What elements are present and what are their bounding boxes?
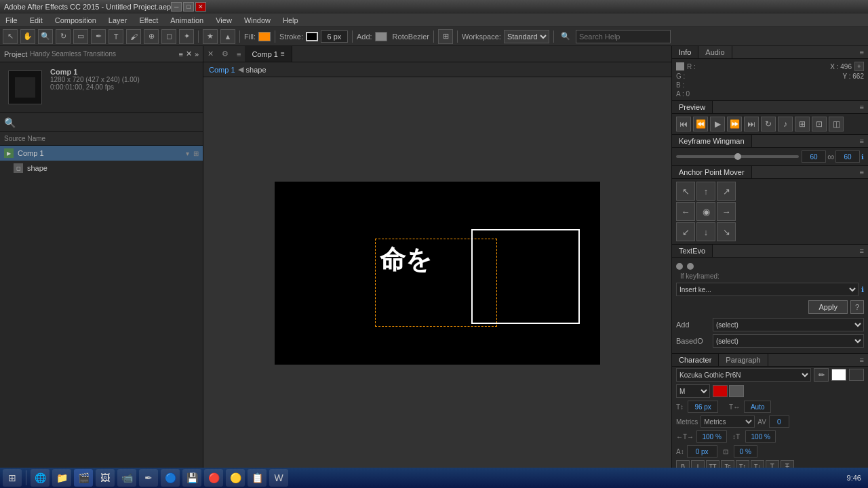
- tool-rect[interactable]: ▭: [73, 29, 88, 44]
- tool-zoom[interactable]: 🔍: [38, 29, 53, 44]
- font-color-swatch[interactable]: [831, 369, 846, 381]
- taskbar-pr[interactable]: 📹: [117, 469, 136, 487]
- help-button[interactable]: ?: [850, 300, 864, 314]
- anchor-mc[interactable]: ◉: [696, 202, 715, 221]
- menu-effect[interactable]: Effect: [136, 15, 161, 26]
- comp1-dropdown[interactable]: ▾: [186, 150, 189, 157]
- insert-info-icon[interactable]: ℹ: [861, 285, 864, 294]
- tracking-input[interactable]: Auto: [744, 401, 771, 413]
- menu-help[interactable]: Help: [280, 15, 301, 26]
- tool-puppet[interactable]: ✦: [179, 29, 194, 44]
- jump-start-btn[interactable]: ⏮: [676, 117, 691, 131]
- based-select[interactable]: (select): [713, 334, 864, 348]
- anchor-menu[interactable]: ≡: [856, 168, 868, 176]
- audio-btn[interactable]: ♪: [778, 117, 793, 131]
- char-color-swatch[interactable]: [713, 385, 728, 397]
- taskbar-app4[interactable]: 📋: [248, 469, 267, 487]
- taskbar-ie[interactable]: 🌐: [31, 469, 50, 487]
- stroke-width-input[interactable]: 6 px: [321, 30, 348, 43]
- project-item-comp1[interactable]: ▶ Comp 1 ▾ ⊞: [0, 146, 203, 161]
- menu-file[interactable]: File: [3, 15, 20, 26]
- taskbar-ps[interactable]: 🖼: [96, 469, 115, 487]
- tab-character[interactable]: Character: [672, 354, 719, 366]
- tool-select[interactable]: ↖: [3, 29, 18, 44]
- taskbar-app1[interactable]: 💾: [182, 469, 201, 487]
- maximize-button[interactable]: □: [183, 2, 194, 12]
- snapping-btn[interactable]: ⊞: [438, 29, 453, 44]
- taskbar-explorer[interactable]: 📁: [52, 469, 71, 487]
- menu-edit[interactable]: Edit: [27, 15, 45, 26]
- textevo-menu[interactable]: ≡: [856, 247, 868, 255]
- taskbar-ae[interactable]: 🎬: [74, 469, 93, 487]
- tab-anchor-mover[interactable]: Anchor Point Mover: [672, 166, 752, 178]
- panel-expand-icon[interactable]: »: [195, 50, 199, 58]
- shape-tool[interactable]: ▲: [220, 29, 235, 44]
- edit-font-btn[interactable]: ✏: [814, 368, 829, 382]
- font-color2-swatch[interactable]: [849, 369, 864, 381]
- anchor-tc[interactable]: ↑: [696, 182, 715, 201]
- menu-layer[interactable]: Layer: [106, 15, 130, 26]
- minimize-button[interactable]: ─: [171, 2, 182, 12]
- anchor-bc[interactable]: ↓: [696, 222, 715, 241]
- tab-kf-wingman[interactable]: Keyframe Wingman: [672, 135, 752, 147]
- play-btn[interactable]: ▶: [710, 117, 725, 131]
- taskbar-ai[interactable]: ✒: [139, 469, 158, 487]
- metrics-select[interactable]: Metrics: [701, 415, 755, 428]
- stroke-color-swatch[interactable]: [306, 32, 318, 41]
- tool-text[interactable]: T: [108, 29, 123, 44]
- preview-extra2-btn[interactable]: ◫: [829, 117, 844, 131]
- comp1-expand[interactable]: ⊞: [193, 150, 199, 157]
- step-back-btn[interactable]: ⏪: [693, 117, 708, 131]
- start-button[interactable]: ⊞: [3, 469, 22, 487]
- anchor-ml[interactable]: ←: [676, 202, 695, 221]
- tab-audio[interactable]: Audio: [698, 46, 732, 58]
- taskbar-app3[interactable]: 🟡: [226, 469, 245, 487]
- taskbar-word[interactable]: W: [269, 469, 288, 487]
- kf-link-icon[interactable]: ∞: [827, 151, 834, 162]
- menu-composition[interactable]: Composition: [52, 15, 99, 26]
- anchor-tl[interactable]: ↖: [676, 182, 695, 201]
- add-color[interactable]: [375, 32, 387, 41]
- horiz-scale-input[interactable]: 100 %: [696, 430, 727, 443]
- kf-slider1[interactable]: [676, 155, 799, 158]
- char-stroke-swatch[interactable]: [729, 385, 744, 397]
- taskbar-chrome[interactable]: 🔵: [161, 469, 180, 487]
- tracking-value[interactable]: 0: [769, 415, 789, 428]
- add-select[interactable]: (select): [713, 318, 864, 331]
- taskbar-app2[interactable]: 🔴: [204, 469, 223, 487]
- kf-wingman-menu[interactable]: ≡: [856, 137, 868, 145]
- step-fwd-btn[interactable]: ⏩: [727, 117, 742, 131]
- close-button[interactable]: ✕: [195, 2, 206, 12]
- comp-tab-menu[interactable]: ≡: [281, 50, 285, 58]
- apply-button[interactable]: Apply: [808, 300, 848, 314]
- anchor-br[interactable]: ↘: [717, 222, 736, 241]
- breadcrumb-comp[interactable]: Comp 1: [209, 66, 235, 74]
- info-panel-menu[interactable]: ≡: [856, 48, 868, 56]
- insert-ke-select[interactable]: Insert ke...: [676, 283, 859, 296]
- baseline-input[interactable]: 0 px: [687, 445, 717, 458]
- search-input[interactable]: [576, 30, 671, 43]
- tool-brush[interactable]: 🖌: [126, 29, 141, 44]
- preview-panel-menu[interactable]: ≡: [856, 103, 868, 111]
- panel-menu-icon[interactable]: ≡: [178, 50, 182, 58]
- panel-close-icon[interactable]: ✕: [186, 49, 192, 58]
- kf-val1[interactable]: 60: [802, 150, 826, 163]
- anchor-mr[interactable]: →: [717, 202, 736, 221]
- tool-hand[interactable]: ✋: [20, 29, 35, 44]
- comp-panel-settings[interactable]: ⚙: [218, 46, 233, 62]
- loop-btn[interactable]: ↻: [761, 117, 776, 131]
- font-select[interactable]: Kozuka Gothic Pr6N: [676, 368, 811, 382]
- comp-panel-close[interactable]: ✕: [203, 46, 218, 62]
- tab-textevo[interactable]: TextEvo: [672, 245, 713, 257]
- workspace-select[interactable]: Standard: [504, 30, 549, 43]
- vert-scale-input[interactable]: 100 %: [745, 430, 776, 443]
- kf-info-icon[interactable]: ℹ: [861, 153, 864, 161]
- tool-pen[interactable]: ✒: [91, 29, 106, 44]
- tool-eraser[interactable]: ◻: [161, 29, 176, 44]
- tsume-input[interactable]: 0 %: [734, 445, 757, 458]
- project-item-shape[interactable]: ◻ shape: [0, 161, 203, 176]
- font-size-input[interactable]: 96 px: [688, 401, 718, 413]
- menu-animation[interactable]: Animation: [167, 15, 206, 26]
- preview-extra1-btn[interactable]: ⊡: [812, 117, 827, 131]
- tab-info[interactable]: Info: [672, 46, 698, 58]
